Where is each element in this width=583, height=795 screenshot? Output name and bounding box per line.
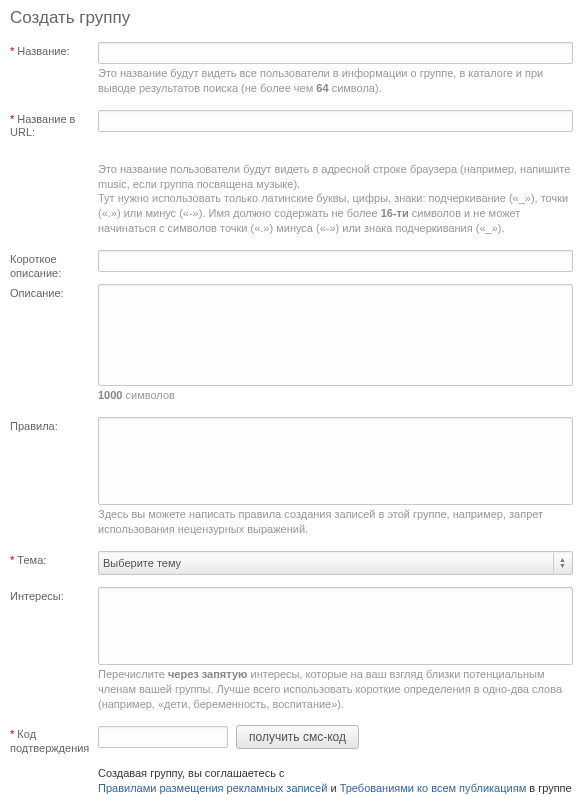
rules-label: Правила: xyxy=(10,417,98,434)
name-input[interactable] xyxy=(98,42,573,64)
short-input[interactable] xyxy=(98,250,573,272)
short-label: Короткое описание: xyxy=(10,250,98,281)
desc-counter: 1000 символов xyxy=(98,388,573,403)
url-input[interactable] xyxy=(98,110,573,132)
desc-label: Описание: xyxy=(10,284,98,301)
theme-label: * Тема: xyxy=(10,551,98,568)
url-hint: Это название пользователи будут видеть в… xyxy=(98,162,573,236)
rules-textarea[interactable] xyxy=(98,417,573,505)
page-title: Создать группу xyxy=(10,8,573,28)
get-sms-button[interactable]: получить смс-код xyxy=(236,725,359,749)
name-hint: Это название будут видеть все пользовате… xyxy=(98,66,573,96)
url-label: * Название в URL: xyxy=(10,110,98,141)
rules-link-ads[interactable]: Правилами размещения рекламных записей xyxy=(98,782,327,794)
agreement-text: Создавая группу, вы соглашаетесь с Прави… xyxy=(98,766,573,795)
desc-textarea[interactable] xyxy=(98,284,573,386)
theme-select[interactable]: Выберите тему xyxy=(98,551,573,575)
interests-label: Интересы: xyxy=(10,587,98,604)
rules-hint: Здесь вы можете написать правила создани… xyxy=(98,507,573,537)
interests-hint: Перечислите через запятую интересы, кото… xyxy=(98,667,573,712)
code-input[interactable] xyxy=(98,726,228,748)
rules-link-pubs[interactable]: Требованиями ко всем публикациям xyxy=(340,782,527,794)
interests-textarea[interactable] xyxy=(98,587,573,665)
code-label: * Код подтверждения xyxy=(10,725,98,756)
name-label: * Название: xyxy=(10,42,98,59)
